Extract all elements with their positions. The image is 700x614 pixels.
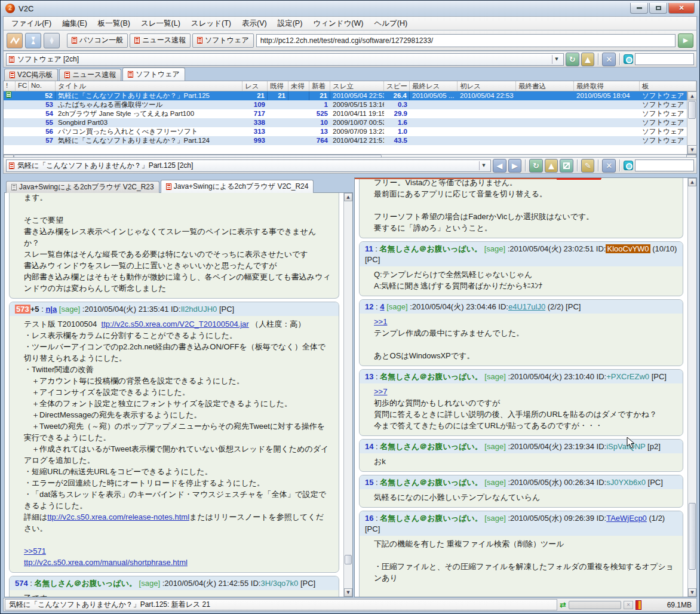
reply-link[interactable]: ttp://v2c.s50.xrea.com/manual/shortphras… xyxy=(24,558,188,567)
board-tab-0[interactable]: V2C掲示板 xyxy=(4,69,58,81)
post-name[interactable]: n|a xyxy=(45,305,57,314)
column-header-9[interactable]: スピード xyxy=(384,81,410,91)
dropdown-arrow-icon[interactable]: ▼ xyxy=(479,161,488,170)
table-row[interactable]: 56パソコン買ったら入れとくべきフリーソフト313132009/07/09 13… xyxy=(4,127,696,136)
column-header-5[interactable]: 既得 xyxy=(268,81,288,91)
board-tab-1[interactable]: ニュース速報 xyxy=(59,69,121,81)
reply-link[interactable]: >>7 xyxy=(374,387,387,396)
column-header-7[interactable]: 新着 xyxy=(309,81,330,91)
minimize-button[interactable] xyxy=(630,3,648,14)
post-number[interactable]: 16 xyxy=(365,514,373,523)
cell xyxy=(574,118,640,127)
thread-search-input[interactable] xyxy=(635,159,694,171)
thread-selector[interactable]: 気軽に「こんなソフトありませんか？」Part.125 [2ch] ▼ xyxy=(6,159,491,172)
menu-item-3[interactable]: スレ一覧(L) xyxy=(136,17,186,30)
search-icon[interactable] xyxy=(624,161,633,170)
board-search-input[interactable] xyxy=(635,53,694,65)
reply-link[interactable]: >>571 xyxy=(24,547,46,555)
scrollbar-thumb[interactable] xyxy=(345,555,352,564)
thread-tab-1[interactable]: Java+Swingによる2chブラウザ V2C_R24 xyxy=(161,180,314,193)
column-header-2[interactable]: No. xyxy=(29,81,56,91)
collapse-panes-button[interactable]: ▼ ▲ xyxy=(25,33,41,48)
board-refresh-button[interactable]: ↻ xyxy=(566,53,579,66)
post-id[interactable]: TAeWjEcp0 xyxy=(606,514,647,523)
column-header-0[interactable]: ! xyxy=(4,81,16,91)
menu-item-0[interactable]: ファイル(F) xyxy=(6,17,57,30)
column-header-8[interactable]: スレ立 xyxy=(330,81,384,91)
table-row[interactable]: 53ふたばちゃんねる画像取得ツール10912009/05/15 13:160.3… xyxy=(4,100,696,109)
search-icon[interactable] xyxy=(624,54,633,64)
thread-mark-button[interactable] xyxy=(560,159,573,173)
scrollbar-thumb[interactable] xyxy=(688,101,696,119)
expand-panes-button[interactable]: ▲ ▼ xyxy=(44,33,60,48)
post-number[interactable]: 14 xyxy=(365,442,373,451)
post-number[interactable]: 573 xyxy=(15,305,30,314)
post-number[interactable]: 12 xyxy=(365,302,373,311)
table-row[interactable]: 57気軽に「こんなソフトありませんか？」Part.1249937642010/0… xyxy=(4,136,696,145)
menu-item-7[interactable]: ウィンドウ(W) xyxy=(308,17,369,30)
column-header-1[interactable]: FC xyxy=(16,81,29,91)
menu-item-2[interactable]: 板一覧(B) xyxy=(93,17,136,30)
go-button[interactable]: ▶ xyxy=(678,33,693,48)
reply-link[interactable]: ttp://v2c.s50.xrea.com/V2C_T20100504.jar xyxy=(102,320,249,329)
scroll-up-button[interactable]: ▲ xyxy=(688,178,696,186)
close-button[interactable]: ✕ xyxy=(668,3,695,14)
left-pane-scrollbar[interactable]: ▲ ▼ xyxy=(343,193,352,597)
table-row[interactable]: 542chブラウザ Jane Style ってええね Part100717525… xyxy=(4,109,696,118)
column-header-11[interactable]: 初レス xyxy=(458,81,516,91)
board-top-button[interactable]: ▲ xyxy=(581,53,595,66)
maximize-button[interactable] xyxy=(649,3,667,14)
post-number[interactable]: 13 xyxy=(365,372,373,381)
scroll-down-button[interactable]: ▼ xyxy=(687,145,697,154)
table-row[interactable]: 52気軽に「こんなソフトありませんか？」Part.1252121212010/0… xyxy=(4,91,696,100)
dropdown-arrow-icon[interactable]: ▼ xyxy=(552,55,561,64)
right-pane-scrollbar[interactable]: ▲ ▼ xyxy=(687,178,696,597)
thread-write-button[interactable]: ✎ xyxy=(581,159,595,173)
post-number[interactable]: 574 xyxy=(15,579,28,588)
column-header-13[interactable]: 最終取得 xyxy=(574,81,640,91)
thread-refresh-button[interactable]: ↻ xyxy=(529,159,543,173)
thread-tab-0[interactable]: Java+Swingによる2chブラウザ V2C_R23 xyxy=(6,181,159,193)
bookmark-button-1[interactable]: ニュース速報 xyxy=(130,33,191,48)
reply-link[interactable]: >>1 xyxy=(374,317,387,326)
thread-back-button[interactable]: ◀ xyxy=(493,159,506,173)
url-input[interactable] xyxy=(256,34,676,47)
menu-item-6[interactable]: 設定(P) xyxy=(272,17,308,30)
menu-item-4[interactable]: スレッド(T) xyxy=(186,17,237,30)
column-header-10[interactable]: 最終レス xyxy=(410,81,458,91)
column-header-3[interactable]: タイトル xyxy=(56,81,242,91)
column-header-12[interactable]: 最終書込 xyxy=(516,81,574,91)
post-id[interactable]: e4U17ulJ0 xyxy=(508,302,545,311)
table-row[interactable]: 55Songbird Part03338102009/10/07 00:531.… xyxy=(4,118,696,127)
cancel-transfer-button[interactable]: ✕ xyxy=(624,601,633,609)
connection-graph-button[interactable] xyxy=(7,33,23,48)
scrollbar-thumb[interactable] xyxy=(689,503,696,570)
thread-top-button[interactable]: ▲ xyxy=(545,159,558,173)
post-line xyxy=(374,339,676,350)
title-bar[interactable]: 2 V2C ✕ xyxy=(1,1,699,16)
bookmark-button-0[interactable]: パソコン一般 xyxy=(67,33,128,48)
scroll-down-button[interactable]: ▼ xyxy=(344,588,352,597)
menu-item-5[interactable]: 表示(V) xyxy=(237,17,272,30)
scroll-up-button[interactable]: ▲ xyxy=(687,91,697,100)
bookmark-label: パソコン一般 xyxy=(79,35,123,45)
thread-close-button[interactable]: ✕ xyxy=(602,159,616,173)
menu-item-1[interactable]: 編集(E) xyxy=(57,17,93,30)
thread-forward-button[interactable]: ▶ xyxy=(508,159,522,173)
menu-item-8[interactable]: ヘルプ(H) xyxy=(369,17,413,30)
post-name[interactable]: 4 xyxy=(380,302,384,311)
cell xyxy=(516,100,574,109)
board-close-button[interactable]: ✕ xyxy=(602,53,616,66)
column-header-6[interactable]: 未得 xyxy=(288,81,309,91)
column-header-14[interactable]: 板 xyxy=(640,81,696,91)
post-number[interactable]: 15 xyxy=(365,478,373,487)
scroll-down-button[interactable]: ▼ xyxy=(688,588,696,597)
board-selector[interactable]: ソフトウェア [2ch] ▼ xyxy=(6,53,564,66)
post-number[interactable]: 11 xyxy=(365,244,373,253)
reply-link[interactable]: ttp://v2c.s50.xrea.com/release-notes.htm… xyxy=(47,512,189,521)
thread-list-vscrollbar[interactable]: ▲ ▼ xyxy=(687,91,696,154)
board-tab-2[interactable]: ソフトウェア xyxy=(122,67,185,81)
scroll-up-button[interactable]: ▲ xyxy=(344,193,352,201)
bookmark-button-2[interactable]: ソフトウェア xyxy=(192,33,254,48)
column-header-4[interactable]: レス xyxy=(242,81,268,91)
